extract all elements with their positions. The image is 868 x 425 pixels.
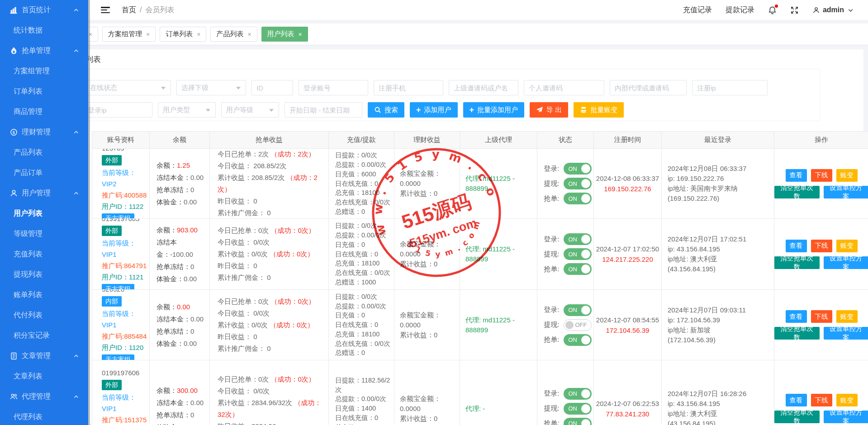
grab-toggle[interactable]: ON [564,418,592,425]
reg-ip-input[interactable] [692,80,768,95]
view-button[interactable]: 查看 [786,169,807,182]
close-icon[interactable]: × [247,31,251,38]
login-toggle[interactable]: ON [564,388,592,400]
notification-bell-icon[interactable] [768,6,777,14]
sidebar-item-18[interactable]: 文章列表 [0,366,88,387]
account-change-button[interactable]: 账变 [836,394,858,406]
internal-agent-input[interactable] [610,80,687,95]
withdraw-toggle[interactable]: ON [564,178,592,189]
username: 123789 [102,149,124,154]
account-change-button[interactable]: 账变 [836,240,858,252]
sidebar-item-1[interactable]: 统计数据 [0,20,88,41]
add-user-button[interactable]: +添加用户 [410,102,458,118]
withdraw-toggle[interactable]: OFF [564,319,592,331]
account-change-button[interactable]: 账变 [836,310,858,323]
sidebar-item-7[interactable]: 产品列表 [0,142,88,163]
id-input[interactable] [251,80,293,95]
breadcrumb-home[interactable]: 首页 [122,6,136,14]
account-cell: 520520 内部 当前等级：VIP1 推广码:885484 用户ID：1120… [92,290,150,360]
date-range-input[interactable] [285,102,362,118]
online-status-select[interactable]: 在线状态 [85,80,171,95]
cell-line: 累计收益：0/0次 （成功：0次） [218,248,328,260]
grab-toggle[interactable]: ON [564,334,592,346]
sidebar-item-5[interactable]: 商品管理 [0,102,88,122]
tab-product-list[interactable]: 产品列表× [210,27,257,42]
offline-button[interactable]: 下线 [811,169,832,182]
grab-toggle[interactable]: ON [564,193,592,204]
cell-line: (43.156.84.195) [668,419,774,425]
search-button[interactable]: 搜索 [368,102,404,118]
sidebar-item-14[interactable]: 账单列表 [0,285,88,305]
tab-plan-group[interactable]: 方案组管理× [102,27,156,42]
account-change-button[interactable]: 账变 [836,169,858,182]
tab-user-list[interactable]: 用户列表× [261,27,308,42]
sidebar-item-15[interactable]: 代付列表 [0,305,88,326]
sidebar-item-9[interactable]: 用户管理 [0,183,88,203]
sidebar-item-17[interactable]: 文章管理 [0,346,88,366]
login-toggle[interactable]: ON [564,233,592,245]
cell-line: 今日已抢单：2次 （成功：2次） [218,149,328,160]
sidebar-item-label: 积分宝记录 [14,331,50,340]
login-toggle[interactable]: ON [564,163,592,175]
reg-phone-input[interactable] [374,80,443,95]
sidebar-item-19[interactable]: 代理管理 [0,387,88,407]
select-subordinate[interactable]: 选择下级 [176,80,246,95]
export-button[interactable]: 导 出 [530,102,568,118]
close-icon[interactable]: × [197,31,200,38]
toggle-state-label: ON [569,236,578,243]
sidebar-item-12[interactable]: 充值列表 [0,244,88,264]
sidebar-item-6[interactable]: 理财管理 [0,122,88,142]
sidebar-item-label: 抢单管理 [22,46,51,56]
sidebar-item-4[interactable]: 订单列表 [0,81,88,102]
view-button[interactable]: 查看 [786,394,807,406]
sidebar-item-20[interactable]: 代理列表 [0,407,88,425]
login-account-input[interactable] [299,80,368,95]
sidebar-item-10[interactable]: 用户列表 [0,203,88,224]
fullscreen-icon[interactable] [790,6,799,14]
user-menu[interactable]: admin [812,6,854,14]
chevron-up-icon [73,129,79,135]
user-level-select[interactable]: 用户等级 [221,102,279,118]
login-toggle[interactable]: ON [564,304,592,316]
close-icon[interactable]: × [146,31,150,38]
withdraw-records-link[interactable]: 提款记录 [726,5,754,15]
withdraw-toggle-label: 提现: [540,179,560,188]
clear-grab-count-button[interactable]: 清空抢单次数 [774,327,820,340]
view-button[interactable]: 查看 [786,240,807,252]
set-control-plan-button[interactable]: 设置单控方案 [824,327,868,340]
login-ip-input[interactable] [83,102,152,118]
sidebar-item-8[interactable]: 产品订单 [0,163,88,183]
sidebar-item-11[interactable]: 等级管理 [0,224,88,244]
clear-grab-count-button[interactable]: 清空抢单次数 [774,411,820,423]
set-control-plan-button[interactable]: 设置单控方案 [824,186,868,198]
clear-grab-count-button[interactable]: 清空抢单次数 [774,256,820,269]
sidebar-item-2[interactable]: 抢单管理 [0,41,88,61]
sidebar-item-16[interactable]: 积分宝记录 [0,326,88,346]
reg-ip: 169.150.222.76 [594,184,661,194]
menu-fold-icon[interactable] [101,7,110,13]
offline-button[interactable]: 下线 [811,240,832,252]
close-icon[interactable]: × [299,31,302,38]
grab-toggle[interactable]: ON [564,263,592,275]
sidebar-item-3[interactable]: 方案组管理 [0,61,88,81]
tab-order-list[interactable]: 订单列表× [160,27,206,42]
offline-button[interactable]: 下线 [811,310,832,323]
reg-date: 2024-12-07 06:22:53 [594,398,661,409]
sidebar-item-13[interactable]: 提现列表 [0,264,88,285]
withdraw-toggle[interactable]: ON [564,248,592,260]
sidebar-item-label: 用户管理 [22,189,51,198]
recharge-records-link[interactable]: 充值记录 [683,5,712,15]
set-control-plan-button[interactable]: 设置单控方案 [824,256,868,269]
batch-add-user-button[interactable]: +批量添加用户 [463,102,525,118]
user-type-select[interactable]: 用户类型 [158,102,216,118]
set-control-plan-button[interactable]: 设置单控方案 [824,411,868,423]
batch-change-button[interactable]: 批量账变 [574,102,624,118]
parent-invite-input[interactable] [449,80,518,95]
clear-grab-count-button[interactable]: 清空抢单次数 [774,186,820,198]
withdraw-toggle[interactable]: ON [564,403,592,415]
view-button[interactable]: 查看 [786,310,807,323]
app-root: 首页/会员列表 充值记录 提款记录 admin × 方案组管理× 订单列表× 产… [0,0,868,425]
offline-button[interactable]: 下线 [811,394,832,406]
personal-invite-input[interactable] [524,80,604,95]
sidebar-item-0[interactable]: 首页统计 [0,0,88,20]
